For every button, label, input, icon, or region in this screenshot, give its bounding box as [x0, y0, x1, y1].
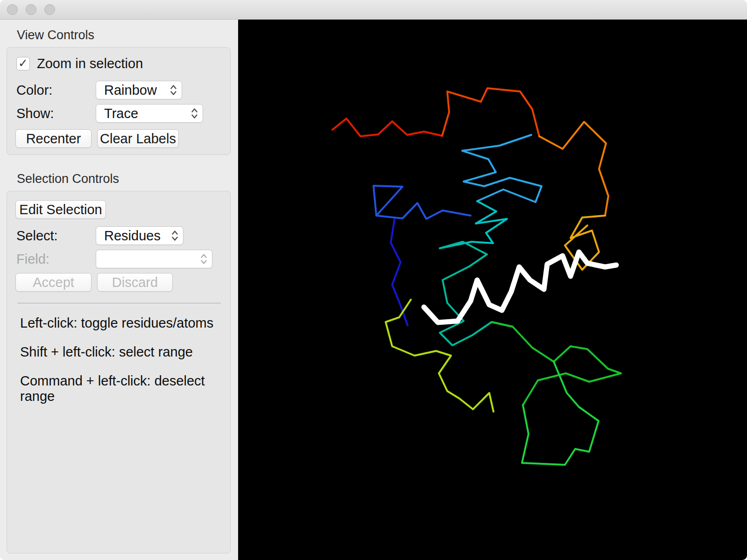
traffic-lights	[7, 4, 55, 15]
chevron-up-down-icon	[171, 229, 179, 242]
trace-segment-red-nterm	[332, 119, 442, 136]
sidebar: View Controls ✓ Zoom in selection Color:…	[0, 20, 238, 560]
field-label: Field:	[15, 252, 96, 267]
chevron-up-down-icon	[190, 107, 198, 120]
trace-segment-cyan-upper	[440, 201, 507, 248]
clear-labels-button[interactable]: Clear Labels	[97, 129, 179, 148]
recenter-button[interactable]: Recenter	[15, 129, 92, 148]
selection-controls-group: Edit Selection Select: Residues	[7, 191, 231, 553]
trace-segment-skyblue	[462, 135, 542, 202]
trace-segment-selection-helix	[424, 252, 616, 322]
accept-button: Accept	[15, 273, 92, 292]
trace-segment-green-upper	[492, 322, 621, 405]
show-dropdown-value: Trace	[104, 106, 138, 121]
app-window: View Controls ✓ Zoom in selection Color:…	[0, 0, 747, 560]
zoom-in-selection-checkbox[interactable]: ✓	[16, 57, 30, 70]
field-dropdown	[96, 250, 212, 268]
show-label: Show:	[15, 106, 96, 121]
zoom-button[interactable]	[44, 4, 55, 15]
help-line-shift-click: Shift + left-click: select range	[20, 344, 223, 360]
chevron-up-down-icon	[200, 252, 208, 266]
color-dropdown-value: Rainbow	[104, 83, 157, 98]
trace-segment-yellow-green	[386, 300, 493, 412]
help-line-left-click: Left-click: toggle residues/atoms	[20, 315, 223, 331]
color-dropdown[interactable]: Rainbow	[96, 81, 182, 99]
trace-segment-green-lower	[522, 362, 599, 465]
view-controls-heading: View Controls	[17, 28, 231, 42]
zoom-in-selection-label: Zoom in selection	[37, 56, 143, 71]
color-label: Color:	[15, 83, 96, 98]
selection-controls-heading: Selection Controls	[17, 172, 231, 186]
divider	[17, 303, 221, 303]
close-button[interactable]	[7, 4, 18, 15]
molecule-viewport[interactable]	[238, 20, 747, 560]
trace-segment-teal-lower	[440, 242, 513, 345]
select-dropdown-value: Residues	[104, 228, 161, 244]
help-line-command-click: Command + left-click: deselect range	[20, 373, 223, 404]
view-controls-group: ✓ Zoom in selection Color: Rainbow	[7, 47, 231, 155]
trace-segment-orange	[539, 122, 608, 216]
trace-segment-royal-blue	[374, 186, 471, 219]
select-label: Select:	[15, 228, 96, 244]
titlebar	[0, 0, 747, 20]
zoom-in-selection-checkbox-row[interactable]: ✓ Zoom in selection	[16, 56, 223, 71]
trace-segment-red-orange	[442, 88, 539, 136]
chevron-up-down-icon	[169, 84, 177, 97]
show-dropdown[interactable]: Trace	[96, 104, 203, 123]
checkmark-icon: ✓	[18, 57, 28, 69]
edit-selection-button[interactable]: Edit Selection	[15, 200, 106, 219]
minimize-button[interactable]	[26, 4, 36, 15]
select-dropdown[interactable]: Residues	[96, 226, 183, 245]
molecule-trace	[238, 20, 747, 560]
discard-button: Discard	[97, 273, 173, 292]
